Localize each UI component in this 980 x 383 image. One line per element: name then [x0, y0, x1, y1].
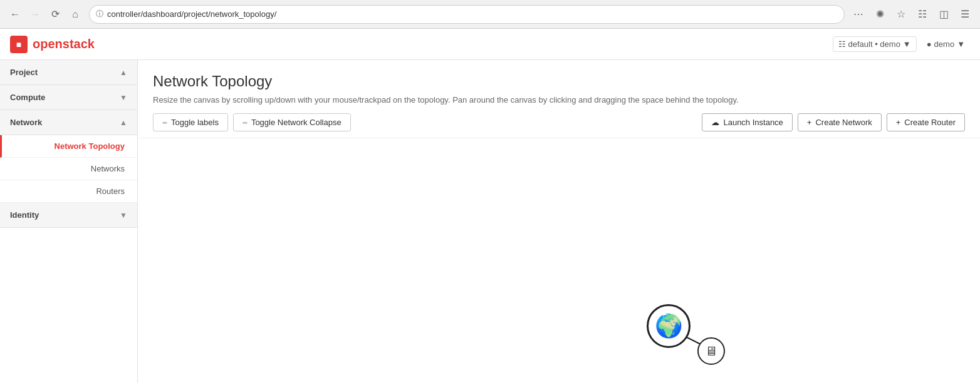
main-content: Network Topology Resize the canvas by sc…: [138, 60, 980, 383]
lock-icon: ⓘ: [96, 9, 103, 19]
menu-button[interactable]: ☰: [956, 6, 974, 23]
sidebar-item-routers[interactable]: Routers: [0, 180, 137, 203]
pocket-button[interactable]: ✺: [871, 6, 889, 23]
toggle-labels-button[interactable]: ⎓ Toggle labels: [153, 113, 228, 131]
topology-canvas[interactable]: 🌍 🖥: [138, 138, 980, 383]
project-selector-chevron: ▼: [903, 39, 911, 49]
router-node[interactable]: 🖥: [697, 337, 725, 365]
sidebar-section-compute[interactable]: Compute ▼: [0, 85, 137, 110]
project-chevron: ▲: [120, 68, 127, 77]
address-bar[interactable]: ⓘ controller/dashboard/project/network_t…: [89, 5, 845, 24]
launch-instance-button[interactable]: ☁ Launch Instance: [702, 113, 792, 131]
url-text: controller/dashboard/project/network_top…: [107, 9, 276, 19]
nav-buttons: ← → ⟳ ⌂: [6, 6, 84, 23]
project-selector-label: default • demo: [848, 39, 900, 49]
page-description: Resize the canvas by scrolling up/down w…: [153, 95, 965, 105]
globe-node[interactable]: 🌍: [647, 304, 691, 348]
logo-text: openstack: [33, 37, 95, 51]
user-chevron: ▼: [957, 39, 965, 49]
toolbar-left: ⎓ Toggle labels ⎓ Toggle Network Collaps…: [153, 113, 351, 131]
sidebar-toggle[interactable]: ◫: [935, 6, 952, 23]
create-router-label: Create Router: [904, 118, 956, 127]
compute-section-label: Compute: [10, 93, 45, 102]
sidebar-item-networks[interactable]: Networks: [0, 158, 137, 180]
openstack-logo-icon: ■: [10, 36, 28, 53]
toggle-labels-label: Toggle labels: [171, 118, 219, 127]
user-icon: ●: [927, 39, 932, 49]
browser-chrome: ← → ⟳ ⌂ ⓘ controller/dashboard/project/n…: [0, 0, 980, 29]
create-router-icon: +: [896, 118, 901, 127]
launch-instance-label: Launch Instance: [723, 118, 783, 127]
sidebar: Project ▲ Compute ▼ Network ▲ Network To…: [0, 60, 138, 383]
routers-label: Routers: [96, 186, 125, 196]
sidebar-section-identity[interactable]: Identity ▼: [0, 203, 137, 228]
router-circle[interactable]: 🖥: [697, 337, 725, 365]
logo-letter: ■: [16, 39, 21, 49]
networks-label: Networks: [91, 164, 125, 173]
sidebar-section-network[interactable]: Network ▲: [0, 110, 137, 135]
back-button[interactable]: ←: [6, 6, 24, 23]
browser-actions: ⋯ ✺ ☆ ☷ ◫ ☰: [850, 6, 974, 23]
bookmark-button[interactable]: ☆: [892, 6, 910, 23]
launch-icon: ☁: [711, 118, 719, 127]
project-selector-icon: ☷: [838, 39, 846, 49]
logo-area: ■ openstack: [10, 36, 95, 53]
home-button[interactable]: ⌂: [66, 6, 84, 23]
topology-connections: [138, 138, 980, 383]
network-topology-label: Network Topology: [55, 141, 125, 151]
globe-circle[interactable]: 🌍: [647, 304, 691, 348]
create-router-button[interactable]: + Create Router: [887, 113, 965, 131]
identity-section-label: Identity: [10, 210, 39, 220]
network-chevron: ▲: [120, 118, 127, 127]
app-body: Project ▲ Compute ▼ Network ▲ Network To…: [0, 60, 980, 383]
page-header: Network Topology Resize the canvas by sc…: [138, 60, 980, 138]
app-header: ■ openstack ☷ default • demo ▼ ● demo ▼: [0, 29, 980, 60]
toggle-network-collapse-button[interactable]: ⎓ Toggle Network Collapse: [233, 113, 351, 131]
more-button[interactable]: ⋯: [850, 6, 867, 23]
project-selector[interactable]: ☷ default • demo ▼: [833, 36, 917, 52]
compute-chevron: ▼: [120, 93, 127, 102]
user-menu[interactable]: ● demo ▼: [922, 37, 970, 51]
create-network-icon: +: [807, 118, 812, 127]
sidebar-section-project[interactable]: Project ▲: [0, 60, 137, 85]
forward-button[interactable]: →: [26, 6, 44, 23]
user-label: demo: [934, 39, 955, 49]
toggle-labels-icon: ⎓: [162, 118, 167, 127]
reload-button[interactable]: ⟳: [46, 6, 64, 23]
create-network-label: Create Network: [815, 118, 872, 127]
network-section-label: Network: [10, 118, 42, 127]
toolbar-right: ☁ Launch Instance + Create Network + Cre…: [702, 113, 965, 131]
toolbar: ⎓ Toggle labels ⎓ Toggle Network Collaps…: [153, 113, 965, 131]
library-button[interactable]: ☷: [914, 6, 931, 23]
create-network-button[interactable]: + Create Network: [798, 113, 882, 131]
project-section-label: Project: [10, 68, 38, 77]
toggle-network-label: Toggle Network Collapse: [251, 118, 341, 127]
sidebar-item-network-topology[interactable]: Network Topology: [0, 135, 137, 158]
identity-chevron: ▼: [120, 211, 127, 220]
toggle-network-icon: ⎓: [242, 118, 248, 127]
page-title: Network Topology: [153, 73, 965, 90]
header-right: ☷ default • demo ▼ ● demo ▼: [833, 36, 970, 52]
